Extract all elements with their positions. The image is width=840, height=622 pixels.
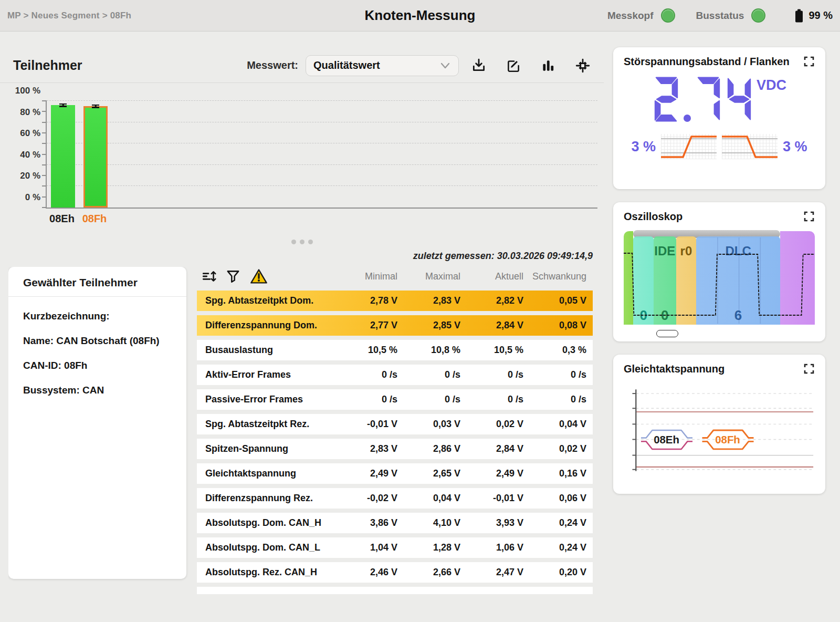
row-label: Spg. Abtastzeitpkt Rez. [197,419,341,430]
row-value-aktuell: 0,02 V [467,419,530,430]
splitter-handle[interactable] [0,240,604,244]
oszilloskop-display: 0IDE0r0DLC6 [624,230,815,325]
svg-text:08Eh: 08Eh [654,434,679,445]
row-label: Differenzspannung Rez. [197,493,341,504]
row-value-aktuell: 10,5 % [467,345,530,356]
row-value-schwankung: 0,20 V [530,567,593,578]
column-aktuell[interactable]: Aktuell [467,271,530,282]
row-value-minimal: 2,78 V [341,295,404,306]
row-value-schwankung: 0,04 V [530,419,593,430]
download-button[interactable] [464,54,494,77]
table-row[interactable]: Absolutspg. Dom. CAN_H3,86 V4,10 V3,93 V… [197,513,593,533]
x-axis-label-08Fh[interactable]: 08Fh [76,213,113,225]
row-value-minimal: 2,77 V [341,320,404,331]
sort-icon [201,268,217,284]
row-value-maximal: 2,66 V [404,567,467,578]
row-label: Gleichtaktspannung [197,468,341,479]
row-value-schwankung: 0,24 V [530,542,593,553]
oszilloskop-expand-button[interactable] [803,211,815,222]
row-label: Spg. Abtastzeitpkt Dom. [197,295,341,306]
flanken-card: Störspannungsabstand / Flanken VDC 3 % [613,47,825,189]
row-value-aktuell: 1,06 V [467,542,530,553]
column-maximal[interactable]: Maximal [404,271,467,282]
rising-edge-percent: 3 % [631,139,656,155]
row-value-schwankung: 0,08 V [530,320,593,331]
scope-scroll-thumb[interactable] [656,330,678,337]
measurement-table-header: Minimal Maximal Aktuell Schwankung [197,267,593,286]
row-value-schwankung: 0,06 V [530,493,593,504]
row-value-schwankung: 0,16 V [530,468,593,479]
chart-toolbar: Messwert: Qualitätswert [247,54,597,77]
selected-participant-card: Gewählter Teilnehmer Kurzbezeichnung:Nam… [8,267,186,579]
eye-08Fh[interactable]: 08Fh [702,430,753,449]
bar-08Eh[interactable] [51,105,75,208]
gleichtaktspannung-card: Gleichtaktspannung [613,355,825,494]
row-value-schwankung: 0,02 V [530,443,593,454]
row-label: Absolutspg. Dom. CAN_H [197,517,341,528]
collapse-view-button[interactable] [568,54,597,77]
table-row[interactable]: Differenzspannung Rez.-0,02 V0,04 V-0,01… [197,488,593,509]
messwert-dropdown-value: Qualitätswert [313,59,438,71]
filter-button[interactable] [225,268,241,284]
row-label: Busauslastung [197,345,341,356]
edit-button[interactable] [499,54,528,77]
svg-text:08Fh: 08Fh [715,434,740,445]
row-label: Aktiv-Error Frames [197,369,341,380]
participant-field-2: CAN-ID: 08Fh [23,360,176,371]
row-value-minimal: 3,86 V [341,517,404,528]
table-row-clipped [197,587,593,594]
row-value-aktuell: 2,49 V [467,468,530,479]
sort-button[interactable] [201,268,217,284]
teilnehmer-heading: Teilnehmer [13,58,82,73]
table-row[interactable]: Spitzen-Spannung2,83 V2,86 V2,84 V0,02 V [197,439,593,459]
topbar: MP > Neues Segment > 08Fh Knoten-Messung… [0,0,840,32]
table-row[interactable]: Spg. Abtastzeitpkt Rez.-0,01 V0,03 V0,02… [197,414,593,434]
row-value-maximal: 2,85 V [404,320,467,331]
gleichtakt-plot: 08Eh 08Fh [624,386,815,475]
x-axis-label-08Eh[interactable]: 08Eh [44,213,80,225]
row-value-schwankung: 0 /s [530,394,593,405]
table-row[interactable]: Aktiv-Error Frames0 /s0 /s0 /s0 /s [197,365,593,385]
row-value-minimal: 10,5 % [341,345,404,356]
row-value-minimal: 2,83 V [341,443,404,454]
battery-icon [794,9,804,23]
column-minimal[interactable]: Minimal [341,271,404,282]
eye-08Eh[interactable]: 08Eh [641,430,692,449]
gleichtakt-expand-button[interactable] [803,363,815,375]
selected-participant-title: Gewählter Teilnehmer [8,267,186,297]
oszilloskop-card: Oszilloskop 0IDE0r0DLC6 [613,202,825,341]
table-row[interactable]: Absolutspg. Rez. CAN_H2,46 V2,66 V2,47 V… [197,562,593,583]
fullscreen-icon [803,363,815,375]
row-value-aktuell: 2,84 V [467,443,530,454]
table-row[interactable]: Absolutspg. Dom. CAN_L1,04 V1,28 V1,06 V… [197,537,593,558]
row-label: Spitzen-Spannung [197,443,341,454]
table-row[interactable]: Passive-Error Frames0 /s0 /s0 /s0 /s [197,389,593,410]
right-panel-column: Störspannungsabstand / Flanken VDC 3 % [604,32,840,621]
battery-indicator: 99 % [794,9,833,23]
warning-button[interactable] [249,268,268,285]
measurement-table: Minimal Maximal Aktuell Schwankung Spg. … [197,267,593,594]
chart-view-button[interactable] [533,54,563,77]
download-icon [471,58,487,74]
messkopf-label: Messkopf [607,10,654,22]
y-axis-label: 60 % [14,128,40,139]
y-axis-label: 0 % [14,192,40,203]
flanken-expand-button[interactable] [803,56,815,67]
row-value-minimal: 0 /s [341,369,404,380]
table-row[interactable]: Spg. Abtastzeitpkt Dom.2,78 V2,83 V2,82 … [197,291,593,311]
fullscreen-icon [803,211,815,222]
row-value-maximal: 4,10 V [404,517,467,528]
table-row[interactable]: Gleichtaktspannung2,49 V2,65 V2,49 V0,16… [197,463,593,484]
table-row[interactable]: Busauslastung10,5 %10,8 %10,5 %0,3 % [197,340,593,360]
table-row[interactable]: Differenzspannung Dom.2,77 V2,85 V2,84 V… [197,315,593,336]
row-value-maximal: 0 /s [404,369,467,380]
bar-08Fh[interactable] [83,106,108,208]
teilnehmer-bar-chart: 0 %20 %40 %60 %80 %100 %08Eh08Fh [13,101,597,231]
row-value-aktuell: 2,84 V [467,320,530,331]
column-schwankung[interactable]: Schwankung [530,271,593,282]
messwert-dropdown[interactable]: Qualitätswert [306,55,459,76]
row-value-aktuell: 0 /s [467,369,530,380]
row-value-minimal: -0,01 V [341,419,404,430]
error-bar [59,104,67,107]
row-value-schwankung: 0,05 V [530,295,593,306]
